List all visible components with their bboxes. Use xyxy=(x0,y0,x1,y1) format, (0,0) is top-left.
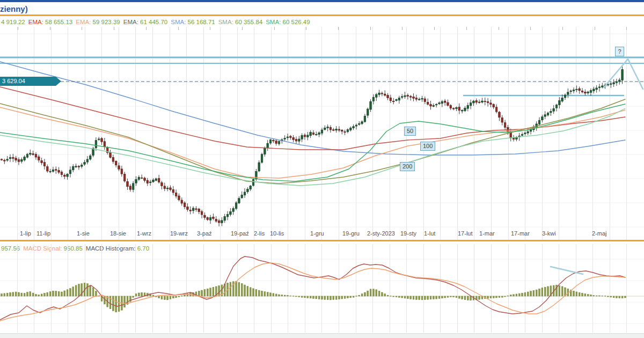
x-axis-label: 1-gru xyxy=(310,230,324,237)
indicator-value: 60 355.84 xyxy=(235,19,262,25)
indicator-value: 60 526.49 xyxy=(283,19,310,25)
header-divider xyxy=(0,14,644,16)
indicator-value: 61 445.70 xyxy=(140,19,167,25)
indicator-value: 59 923.39 xyxy=(93,19,120,25)
x-axis-labels: 1-lip11-lip1-sie18-sie1-wrz19-wrz3-paź19… xyxy=(0,230,644,238)
ma-label-50: 50 xyxy=(404,127,416,136)
indicator-value: 56 168.71 xyxy=(188,19,215,25)
indicator-value: 58 655.13 xyxy=(45,19,72,25)
x-axis-label: 17-lut xyxy=(458,230,473,237)
ma-label-200: 200 xyxy=(400,162,415,171)
indicator-label: SMA: xyxy=(171,19,187,25)
main-price-chart[interactable] xyxy=(0,27,644,240)
x-axis-label: 17-mar xyxy=(511,230,530,237)
indicator-value: 4 919.22 xyxy=(1,19,25,25)
x-axis-label: 2-sty-2023 xyxy=(367,230,395,237)
x-axis-label: 2-maj xyxy=(592,230,607,237)
x-axis-label: 10-lis xyxy=(270,230,284,237)
last-price-badge: 3 629.04 xyxy=(0,77,61,86)
x-axis-label: 18-sie xyxy=(110,230,126,237)
annotation-question-box[interactable]: ? xyxy=(615,47,624,56)
x-axis-label: 1-lut xyxy=(424,230,435,237)
x-axis-label: 19-wrz xyxy=(170,230,188,237)
x-axis-label: 11-lip xyxy=(36,230,50,237)
chart-application: { "header": { "title": "zienny)" }, "leg… xyxy=(0,0,644,338)
x-axis-label: 1-mar xyxy=(479,230,495,237)
x-axis-label: 3-kwi xyxy=(542,230,556,237)
indicator-label: SMA: xyxy=(218,19,235,25)
bottom-scroll-strip xyxy=(0,333,644,338)
macd-chart-canvas[interactable] xyxy=(0,244,644,333)
ma-label-100: 100 xyxy=(420,142,435,151)
indicator-label: EMA: xyxy=(28,19,45,25)
x-axis-label: 19-gru xyxy=(342,230,360,237)
indicator-legend: 4 919.22EMA: 58 655.13EMA: 59 923.39EMA:… xyxy=(1,19,643,27)
x-axis-label: 2-lis xyxy=(254,230,265,237)
main-chart-bottom-border xyxy=(0,240,644,241)
x-axis-label: 1-wrz xyxy=(137,230,151,237)
candlestick-chart-canvas[interactable] xyxy=(0,27,644,240)
x-axis-label: 19-sty xyxy=(400,230,416,237)
x-axis-label: 1-sie xyxy=(77,230,90,237)
x-axis-label: 3-paź xyxy=(197,230,212,237)
macd-panel[interactable] xyxy=(0,244,644,333)
x-axis-label: 1-lip xyxy=(20,230,31,237)
chart-title: zienny) xyxy=(0,4,28,13)
chart-header: zienny) xyxy=(0,2,644,14)
indicator-label: EMA: xyxy=(76,19,92,25)
indicator-label: SMA: xyxy=(266,19,282,25)
x-axis-label: 19-paź xyxy=(231,230,249,237)
indicator-label: EMA: xyxy=(123,19,140,25)
